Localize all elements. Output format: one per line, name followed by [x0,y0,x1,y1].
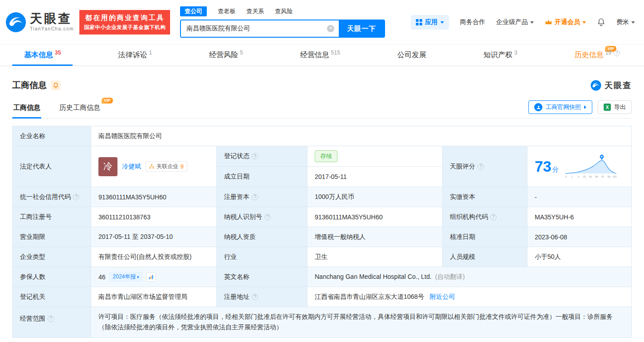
user-menu[interactable]: 费米 [616,18,635,26]
score-unit: 分 [552,166,559,173]
tab-count: 515 [331,50,340,56]
paid-capital-label: 实缴资本 [443,187,527,207]
search-button[interactable]: 天眼一下 [339,20,384,37]
tab-operating-risk[interactable]: 经营风险 5 [197,45,255,65]
english-name-label: 英文名称 [217,267,307,287]
label-text: 企业类型 [20,253,45,260]
subtab-history-registration[interactable]: VIP 历史工商信息 [59,104,101,118]
score-chart: 0 1 3 15 50 85 97 99 100 [564,154,618,179]
reg-status-label: 登记状态 ? [217,146,307,167]
business-scope-value: 许可项目：医疗服务（依法须经批准的项目，经相关部门批准后在许可有效期内方可开展经… [91,307,632,338]
approval-date-label: 核准日期 [443,227,527,247]
tab-label: 经营风险 [209,50,238,60]
establish-date-label: 成立日期 [217,167,307,187]
reg-authority-value: 南昌市青山湖区市场监督管理局 [91,287,217,307]
watermark-logo-icon [590,80,601,91]
help-icon[interactable]: ? [252,294,258,300]
open-vip-button[interactable]: 开通会员 [545,18,586,26]
arrow-right-icon [584,105,586,109]
reg-number-value: 360111210138763 [91,207,217,227]
tab-business-info[interactable]: 经营信息 515 [288,45,352,65]
tab-count: 3 [514,50,517,56]
help-icon[interactable]: ? [264,214,271,220]
tab-history-info[interactable]: VIP 历史信息 19 ? [563,45,632,65]
value-text: 卫生 [315,253,327,260]
label-text: 营业期限 [20,233,45,240]
tab-legal-litigation[interactable]: 法律诉讼 1 [106,45,164,65]
insured-count-cell: 46 2024年报 [91,267,217,287]
company-nav-tabs: 基本信息 35 法律诉讼 1 经营风险 5 经营信息 515 公司发展 知识产权… [0,44,644,66]
reg-capital-label: 注册资本 ? [217,187,307,207]
tab-count: 19 [605,50,611,56]
score-value: 73 [535,158,551,175]
page-body: 工商信息 天眼查 工商信息 VIP 历史工商信息 [0,79,644,338]
legal-rep-avatar[interactable]: 冷 [98,157,117,176]
monitor-bell-icon[interactable] [51,80,61,90]
tianyancha-logo[interactable]: 天眼查 TianYanCha.com [5,12,74,33]
legal-rep-link[interactable]: 冷健斌 [122,163,141,171]
value-text: 小于50人 [535,253,561,260]
svg-text:3: 3 [577,175,579,178]
annual-report-tag[interactable]: 2024年报 [109,272,143,282]
value-text: 91360111MA35Y5UH60 [98,193,166,201]
search-tab-risk[interactable]: 查风险 [275,7,293,15]
reg-address-cell: 江西省南昌市青山湖区京东大道1068号附近公司 [307,287,632,307]
table-row: 法定代表人 冷 冷健斌 [13,146,632,167]
label-text: 实缴资本 [450,193,475,200]
legal-rep-label: 法定代表人 [13,146,91,187]
industry-value: 卫生 [307,247,443,267]
label-text: 行业 [224,253,237,260]
search-tab-company[interactable]: 查公司 [180,6,207,16]
promo-line1: 都在用的商业查询工具 [84,14,166,22]
subtab-business-registration[interactable]: 工商信息 [12,104,41,118]
reg-capital-value: 1000万人民币 [307,187,443,207]
notification-bell-icon[interactable] [597,18,605,26]
label-text: 核准日期 [450,233,475,240]
tab-company-development[interactable]: 公司发展 [385,45,438,65]
export-button[interactable]: X 导出 [598,100,632,114]
help-icon[interactable]: ? [490,214,497,220]
official-snapshot-button[interactable]: 工商官网快照 [528,100,592,114]
menu-enterprise-products[interactable]: 企业级产品 [496,18,534,26]
org-chart-icon [149,164,154,169]
insured-count-value: 46 [98,273,106,281]
svg-text:0: 0 [565,175,566,178]
label-text: 人员规模 [450,253,475,260]
insured-count-label: 参保人数 [13,267,91,287]
help-icon[interactable]: ? [614,50,620,56]
help-icon[interactable]: ? [252,194,258,200]
related-companies-tag[interactable]: 关联企业 9 [146,161,187,172]
menu-business-cooperation[interactable]: 商务合作 [460,18,485,26]
person-icon [534,103,542,111]
promo-line2: 国家中小企业发展子基金旗下机构 [84,24,166,31]
tab-count: 1 [149,50,152,56]
report-chart-icon[interactable] [146,273,156,282]
tab-label: 公司发展 [397,50,426,60]
search-input[interactable] [181,20,339,37]
label-text: 企业名称 [20,132,45,139]
svg-text:100: 100 [612,175,616,178]
search-tab-relation[interactable]: 查关系 [246,7,264,15]
apps-label: 应用 [425,18,438,26]
help-icon[interactable]: ? [478,164,484,170]
logo-name: 天眼查 [30,13,74,25]
search-tab-boss[interactable]: 查老板 [218,7,235,15]
label-text: 法定代表人 [20,163,52,170]
taxpayer-quality-label: 纳税人资质 [217,227,307,247]
help-icon[interactable]: ? [252,153,258,159]
business-scope-label: 经营范围 ? [13,307,91,338]
tab-label: 法律诉讼 [118,50,147,60]
apps-button[interactable]: 应用 [411,15,449,30]
tab-intellectual-property[interactable]: 知识产权 3 [472,45,529,65]
tab-basic-info[interactable]: 基本信息 35 [12,45,73,65]
crown-icon [545,19,552,25]
nearby-companies-link[interactable]: 附近公司 [429,293,455,300]
company-type-value: 有限责任公司(自然人投资或控股) [91,247,217,267]
logo-domain: TianYanCha.com [30,26,74,31]
staff-size-value: 小于50人 [527,247,632,267]
search-tabs: 查公司 查老板 查关系 查风险 [180,6,385,16]
approval-date-value: 2023-06-08 [527,227,632,247]
help-icon[interactable]: ? [73,194,79,200]
export-label: 导出 [614,103,626,111]
help-icon[interactable]: ? [48,316,54,322]
